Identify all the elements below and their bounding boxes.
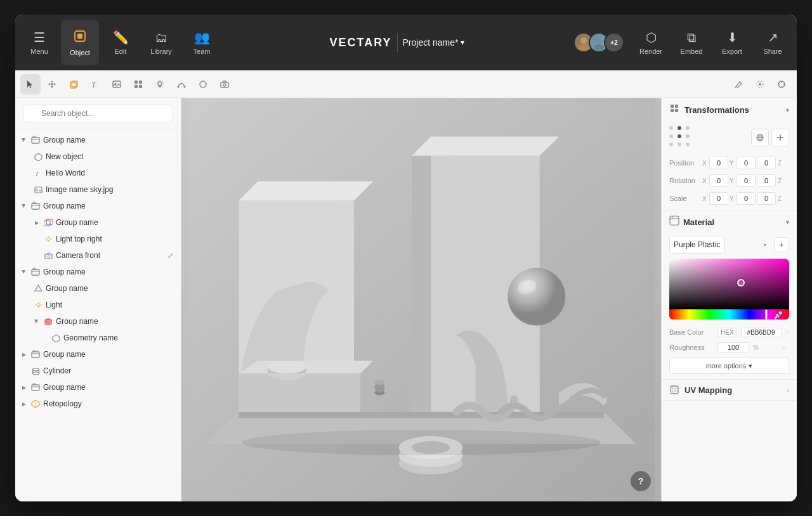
eyedropper-btn[interactable]: 💉	[773, 309, 784, 319]
tree-item-hello[interactable]: T Hello World	[15, 165, 181, 181]
sz-label: Z	[778, 195, 782, 202]
transformations-collapse-btn[interactable]: ▾	[786, 106, 789, 113]
tree-item-geo1[interactable]: Geometry name	[15, 330, 181, 346]
svg-rect-15	[139, 85, 142, 88]
tree-item-group3b[interactable]: ▶ Group name	[15, 313, 181, 330]
library-button[interactable]: 🗂 Library	[142, 20, 180, 65]
tree-item-group5[interactable]: ▶ Group name	[15, 379, 181, 396]
material-tool[interactable]	[193, 74, 213, 94]
edit-button[interactable]: ✏️ Edit	[102, 20, 140, 65]
color-picker-cursor[interactable]	[737, 279, 745, 287]
tree-item-cylinder[interactable]: Cylinder	[15, 363, 181, 379]
scale-y-input[interactable]	[737, 192, 756, 205]
tree-item-light1[interactable]: Light top right	[15, 231, 181, 247]
roughness-reset-btn[interactable]: ≈	[779, 342, 789, 352]
position-z-input[interactable]	[757, 157, 776, 169]
local-mode-btn[interactable]	[771, 129, 789, 146]
pivot-dot-grid[interactable]	[669, 126, 692, 149]
base-color-reset-btn[interactable]: ≈	[785, 327, 789, 337]
embed-button[interactable]: ⧉ Embed	[672, 20, 710, 65]
color-picker[interactable]: 💉	[669, 259, 789, 319]
svg-point-18	[178, 86, 180, 87]
svg-rect-38	[44, 221, 50, 226]
snap-tool[interactable]	[771, 74, 792, 94]
position-x-input[interactable]	[709, 157, 728, 169]
svg-rect-48	[33, 268, 36, 270]
tree-arrow-group4[interactable]: ▶	[20, 351, 28, 358]
tree-item-newobj[interactable]: New object	[15, 148, 181, 165]
vertex-tool[interactable]	[750, 74, 770, 94]
curve-tool[interactable]	[171, 74, 192, 94]
tree-arrow-group5[interactable]: ▶	[20, 384, 28, 391]
canvas-area[interactable]: ?	[181, 98, 661, 501]
world-mode-btn[interactable]	[751, 129, 769, 146]
rotation-x-input[interactable]	[709, 174, 728, 187]
hue-strip[interactable]	[669, 309, 789, 319]
tree-arrow-group2[interactable]: ▶	[20, 202, 28, 210]
tree-arrow-retopo[interactable]: ▶	[20, 400, 28, 408]
hue-cursor[interactable]	[765, 309, 768, 319]
transformations-header[interactable]: Transformations ▾	[662, 98, 797, 121]
render-button[interactable]: ⬡ Render	[632, 20, 670, 65]
material-header[interactable]: Material ▾	[662, 210, 797, 233]
expand-btn[interactable]: ⤢	[164, 250, 176, 261]
svg-marker-70	[239, 181, 373, 200]
tree-item-group3[interactable]: ▶ Group name	[15, 264, 181, 280]
roughness-value[interactable]	[717, 342, 749, 352]
tree-item-group2a[interactable]: ▶ Group name	[15, 214, 181, 231]
pen-tool[interactable]	[728, 74, 749, 94]
tree-item-group1[interactable]: ▶ Group name 👁 🔒 ⋯	[15, 132, 181, 148]
dot-bl	[669, 143, 673, 146]
export-button[interactable]: ⬇ Export	[713, 20, 751, 65]
search-input[interactable]	[23, 105, 173, 122]
tree-item-retopo[interactable]: ▶ Retopology	[15, 396, 181, 412]
light-tool[interactable]	[150, 74, 170, 94]
scale-x-input[interactable]	[709, 192, 728, 205]
more-options-button[interactable]: more options ▾	[669, 358, 789, 374]
project-name-button[interactable]: Project name*	[403, 37, 465, 48]
camera-tool[interactable]	[214, 74, 235, 94]
rotation-y-input[interactable]	[737, 174, 756, 187]
tree-item-group2[interactable]: ▶ Group name	[15, 198, 181, 214]
image-tool[interactable]	[107, 74, 127, 94]
color-gradient-area[interactable]	[669, 259, 789, 309]
tree-item-light2[interactable]: Light	[15, 297, 181, 313]
svg-rect-34	[35, 187, 42, 193]
uv-mapping-header[interactable]: UV Mapping ›	[662, 380, 797, 400]
uv-mapping-expand-btn[interactable]: ›	[787, 387, 789, 394]
text-tool[interactable]: T	[85, 74, 105, 94]
menu-button[interactable]: ☰ Menu	[20, 20, 58, 65]
material-select[interactable]: Purple Plastic	[669, 236, 725, 254]
menu-icon: ☰	[34, 30, 45, 45]
cube-tool[interactable]	[63, 74, 84, 94]
avatar-count[interactable]: +2	[604, 32, 624, 53]
tree-arrow-group3b[interactable]: ▶	[33, 318, 41, 325]
tree-item-cam1[interactable]: Camera front ⤢	[15, 247, 181, 264]
help-button[interactable]: ?	[631, 471, 651, 491]
tree-item-group4[interactable]: ▶ Group name	[15, 346, 181, 363]
base-color-value[interactable]	[741, 328, 782, 337]
share-button[interactable]: ↗ Share	[754, 20, 792, 65]
transform-pivot-area	[662, 121, 797, 154]
tree-item-group3a[interactable]: Group name	[15, 280, 181, 297]
object-button[interactable]: Object	[61, 20, 99, 65]
tree-arrow-group2a[interactable]: ▶	[33, 219, 41, 226]
rotation-z-input[interactable]	[757, 174, 776, 187]
grid-tool[interactable]	[128, 74, 148, 94]
tree-arrow-group1[interactable]: ▶	[20, 136, 28, 144]
select-tool[interactable]	[20, 74, 41, 94]
tree-arrow-group3[interactable]: ▶	[20, 268, 28, 276]
svg-point-88	[242, 430, 600, 455]
add-material-button[interactable]: +	[774, 237, 789, 252]
object-tree-icon	[33, 152, 43, 162]
svg-marker-72	[412, 137, 559, 156]
tree-item-img[interactable]: Image name sky.jpg	[15, 181, 181, 198]
rotation-y-axis: Y	[730, 174, 756, 187]
position-y-input[interactable]	[737, 157, 756, 169]
base-color-mode-btn[interactable]: HEX	[717, 328, 737, 337]
scale-z-input[interactable]	[757, 192, 776, 205]
team-button[interactable]: 👥 Team	[183, 20, 221, 65]
transform-tool[interactable]	[42, 74, 62, 94]
material-collapse-btn[interactable]: ▾	[786, 219, 789, 226]
y-label: Y	[730, 160, 736, 167]
